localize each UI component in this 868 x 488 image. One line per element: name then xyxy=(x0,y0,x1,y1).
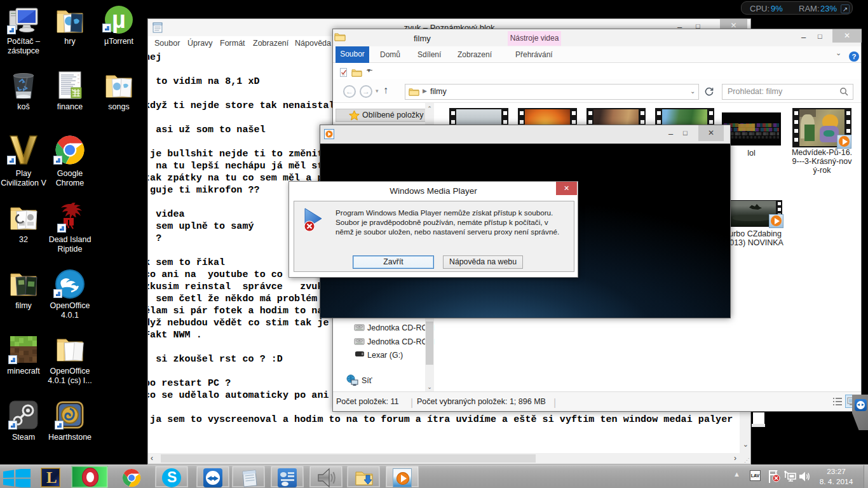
svg-text:µ: µ xyxy=(112,6,126,33)
